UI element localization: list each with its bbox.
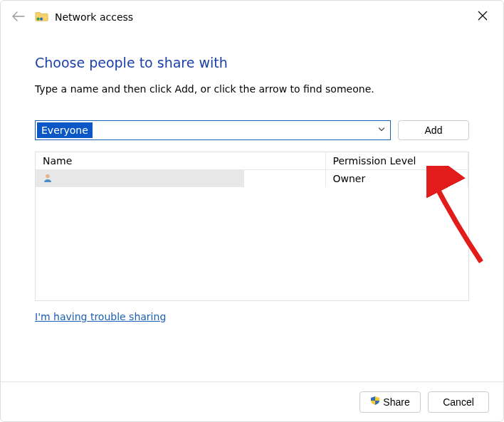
folder-share-icon — [35, 11, 49, 23]
combo-selected-value: Everyone — [37, 122, 93, 138]
help-link[interactable]: I'm having trouble sharing — [35, 311, 166, 322]
window-title: Network access — [55, 11, 133, 23]
user-icon — [43, 173, 53, 185]
cancel-button[interactable]: Cancel — [428, 391, 489, 413]
back-arrow-icon[interactable] — [12, 11, 25, 23]
add-button[interactable]: Add — [398, 120, 469, 140]
svg-point-1 — [40, 18, 43, 21]
content-area: Choose people to share with Type a name … — [1, 55, 503, 322]
titlebar: Network access — [1, 1, 503, 33]
svg-point-2 — [46, 174, 50, 178]
dialog-footer: Share Cancel — [1, 381, 503, 421]
svg-point-0 — [36, 18, 39, 21]
shield-icon — [370, 396, 380, 408]
col-header-name[interactable]: Name — [36, 152, 325, 170]
people-table: Name Permission Level O — [35, 152, 469, 301]
share-label: Share — [383, 396, 409, 408]
cell-permission: Owner — [325, 170, 468, 187]
table-row[interactable]: Owner — [36, 170, 468, 187]
share-button[interactable]: Share — [359, 391, 421, 413]
cell-name — [36, 170, 325, 187]
people-combobox[interactable]: Everyone — [35, 120, 391, 140]
col-header-permission[interactable]: Permission Level — [325, 152, 468, 170]
chevron-down-icon[interactable] — [377, 125, 386, 136]
close-icon[interactable] — [478, 11, 488, 23]
page-heading: Choose people to share with — [35, 55, 469, 70]
page-subheading: Type a name and then click Add, or click… — [35, 83, 469, 95]
